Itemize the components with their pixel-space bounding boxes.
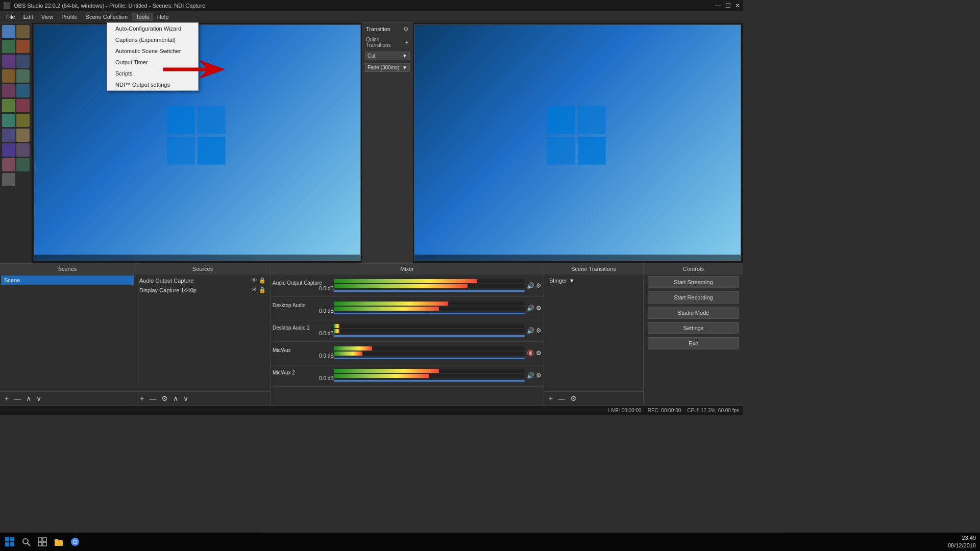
source-icons: 👁 🔒 — [252, 277, 266, 284]
obs-icon: ⬛ — [3, 2, 11, 9]
st-settings-btn[interactable]: ⚙ — [569, 394, 578, 403]
menu-scene-collection[interactable]: Scene Collection — [82, 13, 132, 21]
minimize-btn[interactable]: — — [715, 2, 721, 9]
sources-footer: + — ⚙ ∧ ∨ — [135, 391, 270, 405]
exit-btn[interactable]: Exit — [648, 337, 739, 349]
track-mute-icon-3[interactable]: 🔊 — [527, 327, 534, 334]
sidebar-icon — [16, 25, 30, 38]
sidebar-icon — [2, 173, 15, 186]
track-controls-2: 🔊 ⚙ — [527, 305, 542, 312]
quick-transitions-row: Quick Transitions + — [364, 36, 411, 49]
svg-rect-2 — [198, 106, 226, 134]
sidebar-icon — [16, 84, 30, 97]
track-mute-icon-5[interactable]: 🔊 — [527, 372, 534, 379]
track-bars-2 — [334, 302, 525, 314]
sidebar-icon — [2, 114, 15, 127]
cut-dropdown[interactable]: Cut ▼ — [365, 52, 410, 60]
sources-panel-header: Sources — [135, 264, 270, 274]
left-sidebar — [0, 22, 32, 263]
right-desktop-preview — [414, 25, 741, 261]
scenes-down-btn[interactable]: ∨ — [35, 394, 43, 403]
bar-fill-3a — [334, 324, 339, 328]
menu-scene-switcher[interactable]: Automatic Scene Switcher — [107, 45, 198, 57]
fade-dropdown[interactable]: Fade (300ms) ▼ — [365, 63, 410, 72]
menu-profile[interactable]: Profile — [57, 13, 81, 21]
source-visibility-icon[interactable]: 👁 — [252, 277, 257, 284]
stinger-select[interactable]: Stinger ▼ — [549, 278, 575, 284]
menu-tools[interactable]: Tools — [132, 13, 153, 21]
start-recording-btn[interactable]: Start Recording — [648, 291, 739, 304]
menu-file[interactable]: File — [2, 13, 19, 21]
transition-gear-icon[interactable]: ⚙ — [403, 26, 409, 33]
scene-transitions-footer: + — ⚙ — [544, 391, 643, 405]
source-lock-icon-2[interactable]: 🔒 — [259, 287, 266, 293]
rec-status: REC: 00:00:00 — [648, 408, 681, 413]
bar-fill-1a — [334, 279, 477, 283]
st-remove-btn[interactable]: — — [556, 394, 567, 403]
studio-mode-btn[interactable]: Studio Mode — [648, 307, 739, 319]
source-lock-icon[interactable]: 🔒 — [259, 277, 266, 284]
source-visibility-icon-2[interactable]: 👁 — [252, 287, 257, 293]
sources-add-btn[interactable]: + — [138, 394, 145, 403]
track-settings-icon-4[interactable]: ⚙ — [536, 349, 542, 357]
menu-captions[interactable]: Captions (Experimental) — [107, 34, 198, 45]
bar-5b — [334, 374, 525, 378]
track-settings-icon-3[interactable]: ⚙ — [536, 327, 542, 334]
scene-item[interactable]: Scene — [1, 276, 134, 285]
settings-btn[interactable]: Settings — [648, 322, 739, 334]
quick-transitions-add-btn[interactable]: + — [405, 38, 409, 46]
st-add-btn[interactable]: + — [547, 394, 554, 403]
scenes-up-btn[interactable]: ∧ — [24, 394, 33, 403]
menu-edit[interactable]: Edit — [19, 13, 37, 21]
sources-remove-btn[interactable]: — — [148, 394, 158, 403]
sidebar-row — [1, 128, 31, 142]
track-info-5: Mic/Aux 2 0.0 dB — [273, 370, 334, 381]
sidebar-row — [1, 54, 31, 68]
menu-ndi-output[interactable]: NDI™ Output settings — [107, 79, 198, 90]
menu-view[interactable]: View — [37, 13, 58, 21]
bottom-panel: Scenes Scene + — ∧ ∨ Sources Audio Outpu… — [0, 263, 743, 405]
track-mute-icon-4[interactable]: 🔇 — [527, 349, 534, 357]
sources-settings-btn[interactable]: ⚙ — [160, 394, 169, 403]
track-controls-1: 🔊 ⚙ — [527, 282, 542, 289]
sidebar-row — [1, 98, 31, 113]
track-name-2: Desktop Audio — [273, 303, 334, 308]
windows-logo-left — [167, 106, 228, 167]
track-settings-icon-2[interactable]: ⚙ — [536, 305, 542, 312]
sidebar-icon — [2, 40, 15, 53]
source-name-audio: Audio Output Capture — [139, 278, 193, 284]
bar-5a — [334, 369, 525, 373]
titlebar-controls[interactable]: — ☐ ✕ — [715, 2, 740, 9]
source-item-audio[interactable]: Audio Output Capture 👁 🔒 — [136, 276, 269, 285]
mixer-panel-header: Mixer — [271, 264, 544, 274]
tools-dropdown-menu: Auto-Configuration Wizard Captions (Expe… — [107, 22, 199, 91]
track-info-3: Desktop Audio 2 0.0 dB — [273, 325, 334, 336]
sources-up-btn[interactable]: ∧ — [172, 394, 180, 403]
close-btn[interactable]: ✕ — [735, 2, 740, 9]
track-settings-icon-1[interactable]: ⚙ — [536, 282, 542, 289]
menu-help[interactable]: Help — [153, 13, 173, 21]
track-mute-icon-1[interactable]: 🔊 — [527, 282, 534, 289]
sidebar-row — [1, 84, 31, 98]
titlebar: ⬛ OBS Studio 22.0.2 (64-bit, windows) - … — [0, 0, 743, 11]
track-mute-icon-2[interactable]: 🔊 — [527, 305, 534, 312]
arrow-annotation — [158, 60, 225, 80]
sidebar-row — [1, 69, 31, 83]
start-streaming-btn[interactable]: Start Streaming — [648, 276, 739, 288]
bar-fill-2b — [334, 307, 439, 311]
sidebar-icon — [16, 143, 30, 157]
menu-auto-config[interactable]: Auto-Configuration Wizard — [107, 23, 198, 34]
track-settings-icon-5[interactable]: ⚙ — [536, 372, 542, 379]
track-name-5: Mic/Aux 2 — [273, 370, 334, 375]
scenes-add-btn[interactable]: + — [3, 394, 10, 403]
desktop-taskbar-left — [34, 255, 360, 261]
track-name-1: Audio Output Capture — [273, 280, 334, 286]
track-controls-5: 🔊 ⚙ — [527, 372, 542, 379]
source-item-display[interactable]: Display Capture 1440p 👁 🔒 — [136, 285, 269, 295]
sources-down-btn[interactable]: ∨ — [182, 394, 190, 403]
transition-header: Transition ⚙ — [364, 24, 411, 34]
track-controls-3: 🔊 ⚙ — [527, 327, 542, 334]
svg-rect-4 — [198, 137, 226, 165]
scenes-remove-btn[interactable]: — — [12, 394, 22, 403]
maximize-btn[interactable]: ☐ — [725, 2, 731, 9]
